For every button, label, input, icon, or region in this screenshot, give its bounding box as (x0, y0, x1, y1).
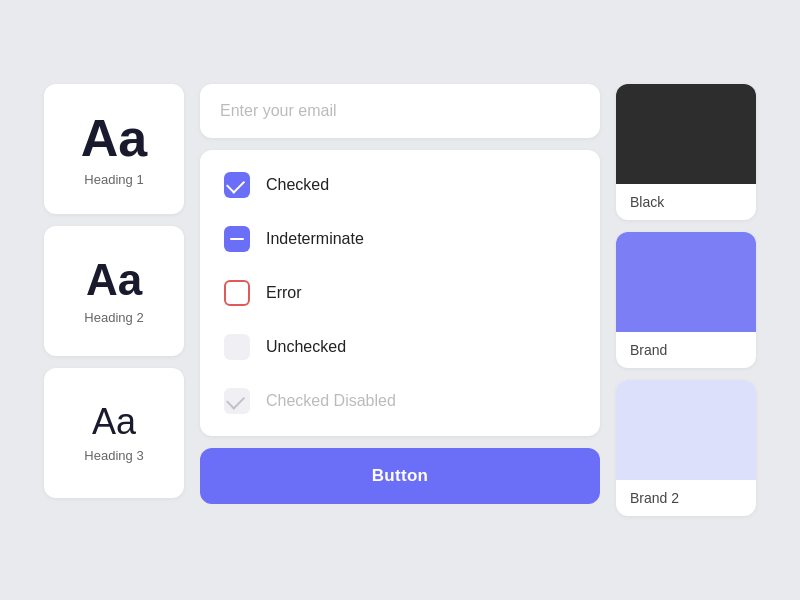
checkbox-row-unchecked[interactable]: Unchecked (200, 320, 600, 374)
checkbox-disabled-label: Checked Disabled (266, 392, 396, 410)
checkbox-row-disabled: Checked Disabled (200, 374, 600, 428)
color-swatch-brand (616, 232, 756, 332)
checkbox-checked-icon[interactable] (224, 172, 250, 198)
heading2-label: Heading 2 (84, 310, 143, 325)
heading3-label: Heading 3 (84, 448, 143, 463)
checkbox-row-checked[interactable]: Checked (200, 158, 600, 212)
heading3-card: Aa Heading 3 (44, 368, 184, 498)
checkbox-card: Checked Indeterminate Error Unchecked Ch… (200, 150, 600, 436)
color-card-brand: Brand (616, 232, 756, 368)
color-swatch-black (616, 84, 756, 184)
color-name-brand2: Brand 2 (616, 480, 756, 516)
checkbox-checked-label: Checked (266, 176, 329, 194)
controls-column: Checked Indeterminate Error Unchecked Ch… (200, 84, 600, 504)
checkbox-error-icon[interactable] (224, 280, 250, 306)
checkbox-row-indeterminate[interactable]: Indeterminate (200, 212, 600, 266)
heading3-sample: Aa (92, 404, 136, 440)
color-name-brand: Brand (616, 332, 756, 368)
heading1-sample: Aa (81, 112, 147, 164)
color-name-black: Black (616, 184, 756, 220)
color-card-black: Black (616, 84, 756, 220)
colors-column: Black Brand Brand 2 (616, 84, 756, 516)
heading2-sample: Aa (86, 258, 142, 302)
heading1-card: Aa Heading 1 (44, 84, 184, 214)
typography-column: Aa Heading 1 Aa Heading 2 Aa Heading 3 (44, 84, 184, 498)
checkbox-indeterminate-icon[interactable] (224, 226, 250, 252)
color-card-brand2: Brand 2 (616, 380, 756, 516)
checkbox-row-error[interactable]: Error (200, 266, 600, 320)
checkbox-disabled-icon (224, 388, 250, 414)
checkbox-unchecked-icon[interactable] (224, 334, 250, 360)
email-input[interactable] (200, 84, 600, 138)
checkbox-unchecked-label: Unchecked (266, 338, 346, 356)
checkbox-error-label: Error (266, 284, 302, 302)
checkbox-indeterminate-label: Indeterminate (266, 230, 364, 248)
heading1-label: Heading 1 (84, 172, 143, 187)
color-swatch-brand2 (616, 380, 756, 480)
heading2-card: Aa Heading 2 (44, 226, 184, 356)
main-container: Aa Heading 1 Aa Heading 2 Aa Heading 3 C… (44, 84, 756, 516)
primary-button[interactable]: Button (200, 448, 600, 504)
